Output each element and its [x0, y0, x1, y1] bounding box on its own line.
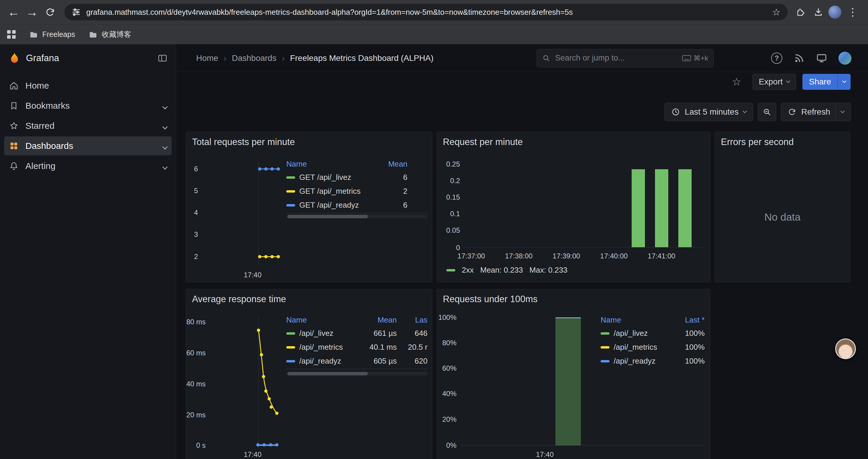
chevron-down-icon[interactable]: [163, 141, 167, 151]
zoom-out-time-button[interactable]: [758, 103, 776, 121]
help-button[interactable]: ?: [771, 53, 782, 64]
site-info-tune-icon[interactable]: [71, 7, 81, 17]
side-panel-grid-icon[interactable]: [7, 30, 16, 39]
monitor-icon[interactable]: [816, 53, 827, 64]
browser-profile-avatar[interactable]: [829, 6, 841, 19]
panel-title[interactable]: Requests under 100ms: [443, 294, 538, 304]
time-range-picker[interactable]: Last 5 minutes: [664, 103, 753, 121]
y-tick: 5: [186, 187, 198, 195]
y-tick: 60 ms: [186, 349, 206, 357]
bookmark-star-icon[interactable]: ☆: [772, 6, 780, 18]
legend-scrollbar[interactable]: [286, 215, 428, 218]
sidebar-item-home[interactable]: Home: [4, 76, 172, 95]
breadcrumb-dashboards[interactable]: Dashboards: [232, 54, 277, 63]
series-name[interactable]: /api/_livez: [286, 329, 352, 338]
series-name[interactable]: /api/_readyz: [286, 357, 352, 366]
sidebar-item-bookmarks[interactable]: Bookmarks: [4, 96, 172, 115]
reload-button[interactable]: [42, 4, 59, 21]
series-name[interactable]: /api/_metrics: [601, 342, 671, 352]
legend-header-mean[interactable]: Mean: [375, 160, 407, 169]
download-icon: [813, 7, 824, 17]
series-name[interactable]: /api/_metrics: [286, 342, 352, 352]
zoom-out-icon: [763, 107, 771, 117]
chevron-down-icon[interactable]: [163, 101, 167, 111]
series-name[interactable]: 2xx: [462, 266, 473, 275]
panel-title[interactable]: Average response time: [192, 294, 286, 304]
legend-header-name[interactable]: Name: [601, 316, 621, 325]
y-tick: 20%: [437, 415, 457, 424]
downloads-button[interactable]: [810, 4, 827, 21]
assistant-avatar[interactable]: [835, 338, 856, 359]
y-tick: 6: [186, 165, 198, 173]
legend-scrollbar[interactable]: [286, 372, 428, 375]
legend-header-last[interactable]: Las: [397, 316, 428, 325]
browser-menu-button[interactable]: ⋮: [844, 4, 861, 21]
legend: 2xx Mean: 0.233 Max: 0.233: [446, 266, 567, 275]
y-tick: 0%: [437, 441, 457, 450]
sidebar-item-label: Dashboards: [25, 141, 73, 151]
sidebar-item-starred[interactable]: Starred: [4, 117, 172, 135]
x-tick: 17:38:00: [500, 252, 538, 260]
search-input[interactable]: Search or jump to... ⌘+k: [536, 49, 714, 67]
refresh-interval-menu[interactable]: [840, 109, 845, 113]
grafana-logo-icon[interactable]: [8, 52, 21, 64]
refresh-button[interactable]: Refresh: [801, 107, 830, 117]
series-name[interactable]: GET /api/_readyz: [286, 201, 375, 210]
folder-icon: [29, 30, 38, 39]
breadcrumb: Home › Dashboards › Freeleaps Metrics Da…: [196, 53, 433, 63]
series-color-swatch: [601, 360, 610, 362]
url-bar[interactable]: grafana.mathmast.com/d/deytv4rwavabkb/fr…: [64, 4, 788, 21]
chevron-down-icon[interactable]: [163, 121, 167, 131]
refresh-icon: [788, 107, 797, 117]
extensions-button[interactable]: [792, 4, 808, 21]
panel-total-requests: Total requests per minute 6 5 4 3 2 17:4…: [186, 132, 432, 282]
news-rss-icon[interactable]: [794, 53, 805, 64]
bookmark-folder-freeleaps[interactable]: Freeleaps: [29, 30, 75, 39]
series-color-swatch: [601, 346, 610, 349]
share-menu-button[interactable]: [838, 74, 850, 90]
y-tick: 0.1: [437, 210, 460, 218]
x-tick: 17:39:00: [547, 252, 586, 260]
panel-title[interactable]: Total requests per minute: [192, 137, 295, 147]
series-name[interactable]: GET /api/_metrics: [286, 187, 375, 196]
bookmark-label: 收藏博客: [102, 30, 131, 39]
export-button[interactable]: Export: [752, 74, 796, 90]
chevron-down-icon[interactable]: [163, 161, 167, 171]
y-tick: 80%: [437, 339, 457, 347]
panel-title[interactable]: Errors per second: [721, 137, 794, 147]
breadcrumb-separator: ›: [282, 53, 285, 63]
series-name[interactable]: /api/_livez: [601, 329, 671, 338]
share-button[interactable]: Share: [802, 74, 838, 90]
series-name[interactable]: GET /api/_livez: [286, 173, 375, 182]
legend-header-row: Name Last *: [601, 314, 705, 326]
series-name[interactable]: /api/_readyz: [601, 357, 671, 366]
legend-header-mean[interactable]: Mean: [352, 316, 397, 325]
favorite-dashboard-star-icon[interactable]: ☆: [732, 76, 741, 88]
sidebar-item-dashboards[interactable]: Dashboards: [4, 136, 172, 155]
legend-header-name[interactable]: Name: [286, 316, 307, 325]
series-color-swatch: [446, 269, 455, 271]
series-color-swatch: [286, 332, 295, 335]
time-controls: Last 5 minutes Refresh: [664, 103, 851, 121]
grafana-profile-avatar[interactable]: [838, 52, 851, 65]
legend-header-name[interactable]: Name: [286, 160, 307, 169]
sidebar-item-alerting[interactable]: Alerting: [4, 157, 172, 175]
breadcrumb-current: Freeleaps Metrics Dashboard (ALPHA): [290, 54, 434, 63]
series-last: 100%: [671, 342, 705, 352]
series-last: 646: [397, 329, 428, 338]
search-shortcut: ⌘+k: [682, 54, 708, 62]
bookmark-folder-blogs[interactable]: 收藏博客: [89, 30, 131, 39]
breadcrumb-home[interactable]: Home: [196, 54, 218, 63]
back-button[interactable]: ←: [5, 4, 22, 21]
bookmarks-bar: Freeleaps 收藏博客: [0, 24, 868, 44]
forward-button[interactable]: →: [24, 4, 40, 21]
y-tick: 3: [186, 230, 198, 239]
panel-title[interactable]: Request per minute: [443, 137, 523, 147]
series-mean: 605 µs: [352, 357, 397, 366]
series-mean: 2: [375, 187, 407, 196]
url-text[interactable]: grafana.mathmast.com/d/deytv4rwavabkb/fr…: [86, 8, 767, 17]
collapse-sidebar-button[interactable]: [157, 53, 167, 63]
clock-icon: [671, 107, 680, 117]
legend-header-last[interactable]: Last *: [671, 316, 705, 325]
series-last: 100%: [671, 357, 705, 366]
